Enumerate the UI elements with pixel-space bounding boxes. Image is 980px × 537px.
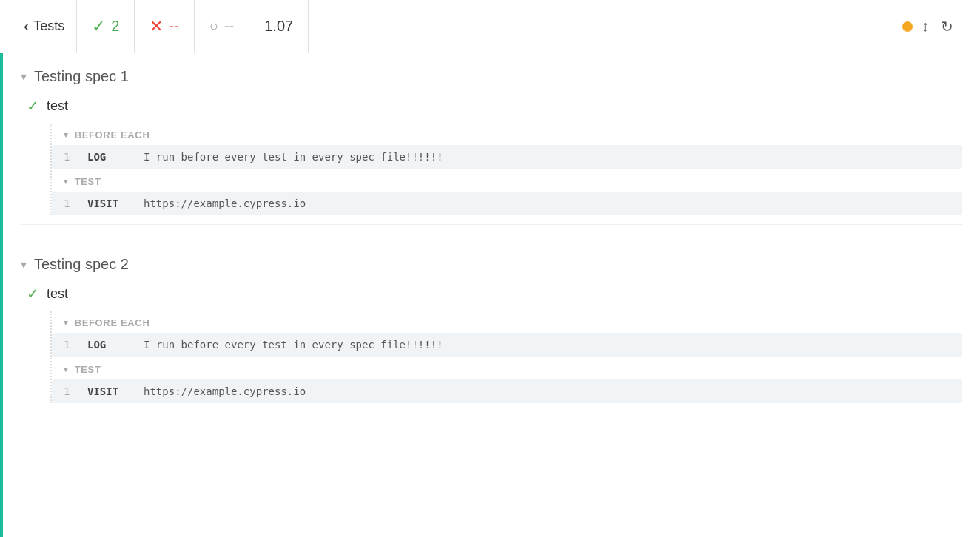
cmd-type: VISIT: [87, 385, 132, 397]
cmd-value: I run before every test in every spec fi…: [144, 151, 443, 163]
cmd-num: 1: [64, 339, 75, 351]
fail-stat: ✕ --: [135, 0, 194, 53]
pending-count: --: [224, 18, 234, 35]
fail-count: --: [169, 18, 178, 35]
command-row-0-0-0-0[interactable]: 1 LOG I run before every test in every s…: [52, 145, 962, 169]
test-check-icon: ✓: [27, 285, 39, 303]
cmd-value: I run before every test in every spec fi…: [144, 339, 443, 351]
cmd-type: LOG: [87, 151, 132, 163]
pass-count: 2: [111, 18, 119, 35]
section-type-text: TEST: [75, 364, 101, 375]
test-label: test: [47, 286, 68, 302]
test-item-1-0[interactable]: ✓test: [21, 285, 962, 303]
section-type-text: BEFORE EACH: [75, 129, 150, 141]
spec-block-1: ▾Testing spec 2✓test▾BEFORE EACH 1 LOG I…: [3, 241, 980, 419]
section-label-1-0-1[interactable]: ▾TEST: [52, 358, 962, 378]
pass-stat: ✓ 2: [77, 0, 135, 53]
refresh-button[interactable]: ↻: [938, 15, 956, 38]
specs-container: ▾Testing spec 1✓test▾BEFORE EACH 1 LOG I…: [3, 53, 980, 419]
test-label: test: [47, 98, 68, 114]
cmd-value: https://example.cypress.io: [144, 197, 306, 209]
back-button[interactable]: ‹ Tests: [12, 0, 77, 53]
check-icon: ✓: [92, 17, 105, 36]
pending-stat: ○ --: [195, 0, 249, 53]
spec-title-text: Testing spec 2: [34, 256, 129, 273]
section-label-1-0-0[interactable]: ▾BEFORE EACH: [52, 311, 962, 331]
section-type-text: TEST: [75, 176, 101, 187]
section-chevron-icon: ▾: [64, 365, 69, 374]
main-content: ▾Testing spec 1✓test▾BEFORE EACH 1 LOG I…: [0, 53, 980, 537]
command-row-1-0-1-0[interactable]: 1 VISIT https://example.cypress.io: [52, 379, 962, 403]
cmd-type: VISIT: [87, 197, 132, 209]
spec-title-0[interactable]: ▾Testing spec 1: [21, 68, 962, 85]
commands-block-0-0: ▾BEFORE EACH 1 LOG I run before every te…: [50, 124, 962, 215]
duration-display: 1.07: [249, 0, 309, 53]
test-item-0-0[interactable]: ✓test: [21, 97, 962, 115]
section-type-text: BEFORE EACH: [75, 317, 150, 328]
test-check-icon: ✓: [27, 97, 39, 115]
circle-icon: ○: [209, 18, 218, 35]
command-row-1-0-0-0[interactable]: 1 LOG I run before every test in every s…: [52, 333, 962, 357]
back-label: Tests: [33, 18, 64, 34]
chevron-down-icon: ▾: [21, 257, 27, 271]
section-chevron-icon: ▾: [64, 130, 69, 140]
cmd-value: https://example.cypress.io: [144, 385, 306, 397]
section-chevron-icon: ▾: [64, 318, 69, 328]
spec-block-0: ▾Testing spec 1✓test▾BEFORE EACH 1 LOG I…: [3, 53, 980, 241]
cmd-type: LOG: [87, 339, 132, 351]
sort-icon[interactable]: ↕: [922, 18, 929, 35]
spec-divider: [21, 224, 962, 225]
chevron-left-icon: ‹: [24, 17, 29, 36]
spec-title-1[interactable]: ▾Testing spec 2: [21, 256, 962, 273]
spec-title-text: Testing spec 1: [34, 68, 129, 85]
section-label-0-0-0[interactable]: ▾BEFORE EACH: [52, 124, 962, 143]
duration-value: 1.07: [264, 18, 293, 35]
section-label-0-0-1[interactable]: ▾TEST: [52, 170, 962, 190]
cmd-num: 1: [64, 151, 75, 163]
x-icon: ✕: [150, 17, 163, 36]
toolbar: ‹ Tests ✓ 2 ✕ -- ○ -- 1.07 ↕ ↻: [0, 0, 980, 53]
status-indicator: [902, 21, 913, 32]
toolbar-actions: ↕ ↻: [890, 15, 968, 38]
commands-block-1-0: ▾BEFORE EACH 1 LOG I run before every te…: [50, 311, 962, 403]
cmd-num: 1: [64, 197, 75, 209]
section-chevron-icon: ▾: [64, 177, 69, 186]
command-row-0-0-1-0[interactable]: 1 VISIT https://example.cypress.io: [52, 192, 962, 215]
cmd-num: 1: [64, 385, 75, 397]
chevron-down-icon: ▾: [21, 70, 27, 84]
